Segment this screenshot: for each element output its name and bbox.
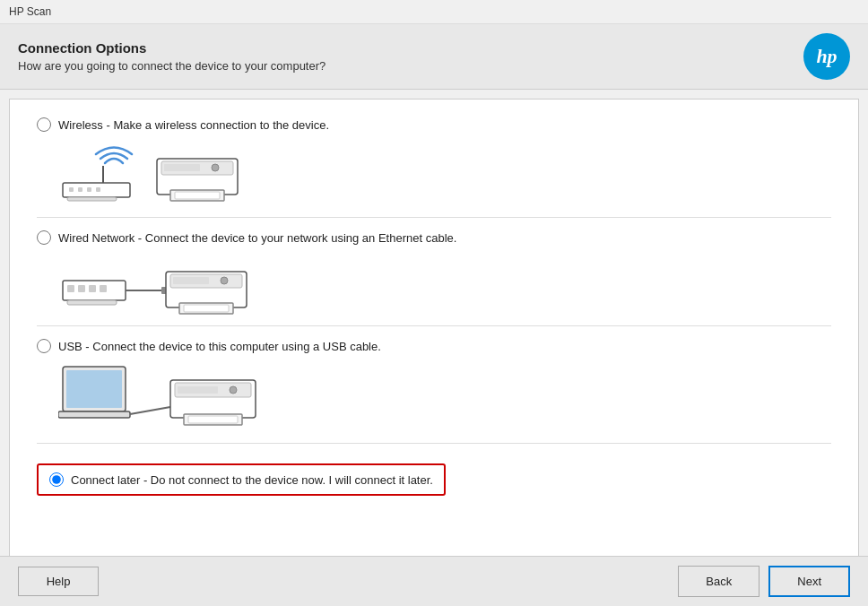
svg-rect-28 (66, 370, 122, 408)
svg-line-30 (130, 407, 170, 414)
connect-later-option: Connect later - Do not connect to the de… (37, 456, 831, 496)
page-title: Connection Options (18, 40, 326, 56)
wireless-printer-icon (148, 141, 247, 208)
divider-2 (37, 325, 831, 326)
usb-illustration (58, 362, 831, 434)
svg-point-35 (230, 386, 237, 394)
svg-rect-6 (67, 197, 117, 201)
wireless-text: Wireless - Make a wireless connection to… (58, 118, 329, 132)
divider-1 (37, 217, 831, 218)
next-button[interactable]: Next (768, 566, 850, 597)
back-button[interactable]: Back (678, 566, 760, 597)
wireless-illustration (58, 141, 831, 208)
wired-option: Wired Network - Connect the device to yo… (37, 230, 831, 316)
usb-label[interactable]: USB - Connect the device to this compute… (37, 339, 831, 353)
svg-rect-18 (67, 300, 117, 305)
svg-rect-14 (67, 285, 74, 292)
connect-later-text: Connect later - Do not connect to the de… (71, 473, 433, 487)
help-button[interactable]: Help (18, 567, 99, 596)
wireless-option: Wireless - Make a wireless connection to… (37, 117, 831, 208)
page-subtitle: How are you going to connect the device … (18, 59, 326, 73)
wireless-router-icon (58, 141, 139, 208)
footer-bar: Help Back Next (0, 556, 868, 606)
main-content: Wireless - Make a wireless connection to… (9, 99, 859, 574)
svg-rect-15 (78, 285, 85, 292)
svg-rect-26 (173, 277, 209, 284)
usb-laptop-printer-icon (58, 362, 265, 434)
wireless-radio[interactable] (37, 117, 51, 132)
wireless-label[interactable]: Wireless - Make a wireless connection to… (37, 117, 831, 132)
wired-router-printer-icon (58, 254, 256, 316)
wired-radio[interactable] (37, 230, 51, 245)
header-text: Connection Options How are you going to … (18, 40, 326, 73)
header-bar: Connection Options How are you going to … (0, 24, 868, 90)
svg-rect-17 (100, 285, 107, 292)
svg-rect-5 (96, 187, 100, 192)
svg-rect-12 (164, 164, 200, 171)
wired-text: Wired Network - Connect the device to yo… (58, 231, 456, 245)
svg-point-11 (212, 164, 219, 171)
svg-rect-34 (188, 416, 238, 423)
svg-rect-36 (178, 386, 218, 394)
svg-rect-2 (69, 187, 74, 192)
svg-rect-29 (58, 411, 130, 418)
svg-point-25 (221, 277, 228, 284)
hp-logo: hp (803, 33, 850, 80)
divider-3 (37, 443, 831, 444)
usb-option: USB - Connect the device to this compute… (37, 339, 831, 434)
connect-later-box: Connect later - Do not connect to the de… (37, 463, 446, 496)
wired-label[interactable]: Wired Network - Connect the device to yo… (37, 230, 831, 245)
usb-text: USB - Connect the device to this compute… (58, 340, 381, 353)
svg-rect-4 (87, 187, 91, 192)
svg-rect-3 (78, 187, 82, 192)
app-title: HP Scan (9, 5, 51, 18)
connect-later-radio[interactable] (49, 472, 64, 487)
svg-rect-16 (89, 285, 96, 292)
svg-rect-24 (184, 305, 229, 312)
svg-rect-10 (175, 192, 220, 199)
wired-illustration (58, 254, 831, 316)
title-bar: HP Scan (0, 0, 868, 24)
usb-radio[interactable] (37, 339, 51, 353)
